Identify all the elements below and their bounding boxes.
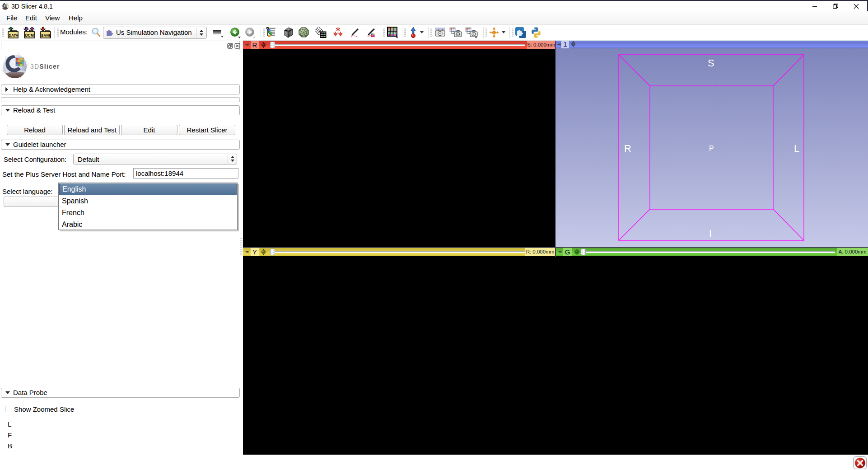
svg-text:I: I bbox=[709, 228, 712, 239]
svg-text:S: S bbox=[708, 57, 714, 69]
svg-text:DCM: DCM bbox=[25, 33, 33, 38]
svg-text:SAVE: SAVE bbox=[41, 33, 51, 38]
svg-text:DATA: DATA bbox=[9, 33, 18, 38]
svg-text:L: L bbox=[794, 143, 799, 154]
svg-text:P: P bbox=[709, 145, 714, 152]
svg-text:R: R bbox=[624, 143, 631, 154]
